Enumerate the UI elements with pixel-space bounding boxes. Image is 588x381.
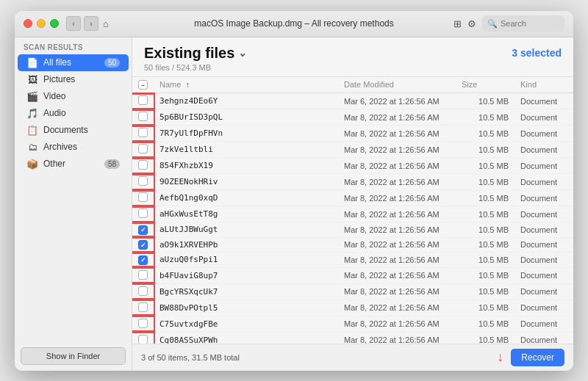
row-date: Mar 8, 2022 at 1:26:56 AM bbox=[338, 237, 456, 253]
name-header[interactable]: Name ↑ bbox=[154, 77, 338, 93]
row-checkbox-cell[interactable] bbox=[132, 237, 154, 253]
table-row: 3ehgnz4DEo6YMar 6, 2022 at 1:26:56 AM10.… bbox=[132, 93, 573, 109]
row-size: 10.5 MB bbox=[456, 206, 514, 222]
row-checkbox-cell[interactable] bbox=[132, 158, 154, 174]
row-checkbox[interactable] bbox=[138, 319, 148, 328]
file-table: Name ↑ Date Modified Size Kind 3ehgnz4DE… bbox=[132, 77, 573, 344]
row-name: b4FUaviG8up7 bbox=[154, 267, 338, 283]
search-input[interactable] bbox=[501, 19, 559, 28]
nav-buttons: ‹ › bbox=[66, 16, 98, 31]
sidebar-item-audio[interactable]: 🎵 Audio bbox=[18, 105, 129, 122]
row-name: 7zkVe1ltbli bbox=[154, 142, 338, 158]
row-kind: Document bbox=[514, 142, 573, 158]
row-checkbox[interactable] bbox=[138, 160, 148, 170]
row-size: 10.5 MB bbox=[456, 109, 514, 126]
row-kind: Document bbox=[514, 158, 573, 174]
table-row: 9OZEENokHRivMar 8, 2022 at 1:26:56 AM10.… bbox=[132, 174, 573, 190]
row-checkbox[interactable] bbox=[138, 240, 148, 250]
check-all-checkbox[interactable] bbox=[138, 80, 148, 90]
row-checkbox-cell[interactable] bbox=[132, 316, 154, 332]
search-box[interactable]: 🔍 bbox=[482, 15, 564, 32]
main-panel: Existing files ⌄ 3 selected 50 files / 5… bbox=[132, 37, 573, 371]
row-checkbox[interactable] bbox=[138, 144, 148, 153]
view-toggle-button[interactable]: ⊞ bbox=[453, 18, 462, 29]
scroll-down-arrow-icon: ↓ bbox=[497, 349, 503, 365]
row-checkbox-cell[interactable] bbox=[132, 253, 154, 268]
close-button[interactable] bbox=[24, 19, 32, 28]
filter-button[interactable]: ⚙ bbox=[467, 18, 476, 29]
sidebar-item-all-files[interactable]: 📄 All files 50 bbox=[18, 54, 129, 71]
table-row: 5p6BUrISD3pQLMar 8, 2022 at 1:26:56 AM10… bbox=[132, 109, 573, 126]
archives-icon: 🗂 bbox=[26, 142, 38, 153]
row-name: aO9k1XRVEHPb bbox=[154, 237, 338, 253]
row-checkbox-cell[interactable] bbox=[132, 267, 154, 283]
chevron-down-icon[interactable]: ⌄ bbox=[238, 47, 247, 59]
row-date: Mar 8, 2022 at 1:26:56 AM bbox=[338, 253, 456, 268]
show-in-finder-button[interactable]: Show in Finder bbox=[21, 347, 126, 365]
row-checkbox[interactable] bbox=[138, 255, 148, 265]
status-bar: 3 of 50 items, 31.5 MB total ↓ Recover bbox=[132, 344, 573, 371]
row-checkbox[interactable] bbox=[138, 128, 148, 137]
row-date: Mar 8, 2022 at 1:26:56 AM bbox=[338, 316, 456, 332]
table-row: 7zkVe1ltbliMar 8, 2022 at 1:26:56 AM10.5… bbox=[132, 142, 573, 158]
row-size: 10.5 MB bbox=[456, 142, 514, 158]
row-name: aHGxWusEtT8g bbox=[154, 206, 338, 222]
row-checkbox-cell[interactable] bbox=[132, 142, 154, 158]
row-date: Mar 8, 2022 at 1:26:56 AM bbox=[338, 142, 456, 158]
back-button[interactable]: ‹ bbox=[66, 16, 81, 31]
row-checkbox[interactable] bbox=[138, 176, 148, 186]
row-checkbox[interactable] bbox=[138, 335, 148, 344]
row-checkbox-cell[interactable] bbox=[132, 109, 154, 126]
row-checkbox-cell[interactable] bbox=[132, 190, 154, 206]
row-date: Mar 8, 2022 at 1:26:56 AM bbox=[338, 300, 456, 316]
row-size: 10.5 MB bbox=[456, 316, 514, 332]
row-name: 7R7yUlfDpFHVn bbox=[154, 126, 338, 142]
fullscreen-button[interactable] bbox=[50, 19, 59, 28]
table-row: 7R7yUlfDpFHVnMar 8, 2022 at 1:26:56 AM10… bbox=[132, 126, 573, 142]
table-row: C75uvtxdgFBeMar 8, 2022 at 1:26:56 AM10.… bbox=[132, 316, 573, 332]
sidebar: Scan results 📄 All files 50 🖼 Pictures 🎬… bbox=[15, 37, 132, 371]
row-checkbox[interactable] bbox=[138, 95, 148, 105]
forward-button[interactable]: › bbox=[84, 16, 98, 31]
table-row: aHGxWusEtT8gMar 8, 2022 at 1:26:56 AM10.… bbox=[132, 206, 573, 222]
row-size: 10.5 MB bbox=[456, 158, 514, 174]
row-checkbox-cell[interactable] bbox=[132, 332, 154, 344]
sidebar-item-archives[interactable]: 🗂 Archives bbox=[18, 139, 129, 156]
row-checkbox[interactable] bbox=[138, 286, 148, 296]
other-icon: 📦 bbox=[26, 159, 38, 170]
row-checkbox[interactable] bbox=[138, 270, 148, 280]
row-name: AefbQ1ng0xqD bbox=[154, 190, 338, 206]
row-checkbox-cell[interactable] bbox=[132, 206, 154, 222]
row-checkbox-cell[interactable] bbox=[132, 174, 154, 190]
panel-title-row: Existing files ⌄ 3 selected bbox=[144, 45, 562, 62]
table-row: AefbQ1ng0xqDMar 8, 2022 at 1:26:56 AM10.… bbox=[132, 190, 573, 206]
row-size: 10.5 MB bbox=[456, 267, 514, 283]
row-checkbox-cell[interactable] bbox=[132, 300, 154, 316]
row-checkbox-cell[interactable] bbox=[132, 93, 154, 109]
row-checkbox[interactable] bbox=[138, 208, 148, 218]
sidebar-label-pictures: Pictures bbox=[43, 74, 75, 84]
minimize-button[interactable] bbox=[37, 19, 46, 28]
row-checkbox[interactable] bbox=[138, 192, 148, 202]
row-checkbox-cell[interactable] bbox=[132, 126, 154, 142]
table-row: b4FUaviG8up7Mar 8, 2022 at 1:26:56 AM10.… bbox=[132, 267, 573, 283]
row-checkbox[interactable] bbox=[138, 302, 148, 312]
recover-button[interactable]: Recover bbox=[511, 349, 564, 366]
row-date: Mar 8, 2022 at 1:26:56 AM bbox=[338, 174, 456, 190]
sidebar-item-documents[interactable]: 📋 Documents bbox=[18, 122, 129, 139]
sidebar-item-video[interactable]: 🎬 Video bbox=[18, 88, 129, 105]
check-all-header[interactable] bbox=[132, 77, 154, 93]
sidebar-item-pictures[interactable]: 🖼 Pictures bbox=[18, 71, 129, 88]
row-kind: Document bbox=[514, 267, 573, 283]
table-row: Cg08ASSuXPWhMar 8, 2022 at 1:26:56 AM10.… bbox=[132, 332, 573, 344]
row-kind: Document bbox=[514, 126, 573, 142]
row-checkbox-cell[interactable] bbox=[132, 283, 154, 300]
row-checkbox-cell[interactable] bbox=[132, 222, 154, 238]
row-size: 10.5 MB bbox=[456, 332, 514, 344]
sidebar-item-other[interactable]: 📦 Other 58 bbox=[18, 156, 129, 173]
row-checkbox[interactable] bbox=[138, 225, 148, 235]
kind-header: Kind bbox=[514, 77, 573, 93]
row-checkbox[interactable] bbox=[138, 112, 148, 121]
home-button[interactable]: ⌂ bbox=[103, 18, 109, 29]
row-size: 10.5 MB bbox=[456, 222, 514, 238]
